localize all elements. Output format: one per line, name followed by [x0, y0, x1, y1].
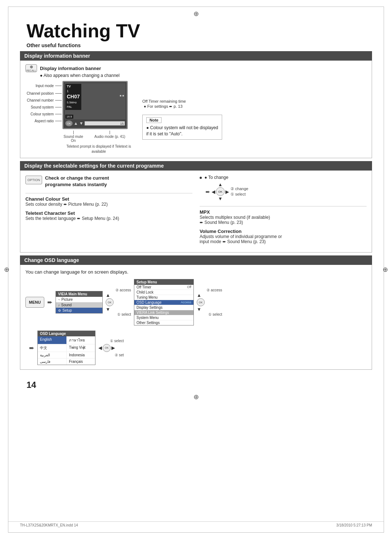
- volume-correction: Volume Correction Adjusts volume of indi…: [200, 229, 367, 244]
- nav-control-3: ① select ◀ OK ▶ ② set: [98, 339, 124, 357]
- to-change-area: ● To change ➨ ▲ ◀ OK ▶: [200, 175, 367, 201]
- flow-arrow-2: ➨: [29, 344, 34, 352]
- osd-language-menu: OSD Language English ภาษาไทย 中文 Tiếng Vi…: [37, 331, 95, 365]
- nav-control-2: ② access ▲ OK ▼ ① select: [197, 288, 222, 316]
- section2-bar: Display the selectable settings for the …: [20, 161, 372, 171]
- viera-main-menu: VIEIA Main Menu ~ Picture ♪ Sound ⚙ Setu…: [56, 291, 103, 313]
- option-icon: OPTION: [25, 176, 42, 184]
- note-box: Note ● Colour system will not be display…: [142, 115, 222, 140]
- menu-button[interactable]: MENU: [25, 297, 44, 308]
- section3-bar: Change OSD language: [20, 255, 372, 265]
- flow-arrow-1: ➨: [47, 298, 53, 306]
- section3-content: You can change language for on screen di…: [20, 265, 372, 370]
- section1-bar: Display information banner: [20, 51, 372, 61]
- left-crosshair: ⊕: [4, 266, 9, 274]
- tv-diagram: TV 1 CH07 5.5MHz PAL: [62, 81, 135, 154]
- teletext-note: Teletext prompt is displayed if Teletext…: [62, 144, 135, 154]
- mpx: MPX Selects multiplex sound (if availabl…: [200, 209, 367, 225]
- section1-content: ⊕ RECALL Display information banner ● Al…: [20, 61, 372, 158]
- osd-intro: You can change language for on screen di…: [25, 269, 367, 275]
- nav-control-1: ② access ▲ OK ▼ ① select: [106, 288, 131, 316]
- recall-icon: ⊕ RECALL: [25, 64, 37, 72]
- footer: TH-L37X2S&20KMRTX_EN.indd 14 3/18/2010 5…: [8, 521, 384, 529]
- bottom-crosshair: ⊕: [8, 393, 384, 403]
- also-appears-text: ● Also appears when changing a channel: [40, 73, 367, 78]
- check-text: Check or change the current programme st…: [45, 175, 109, 188]
- footer-right: 3/18/2010 5:27:13 PM: [336, 523, 372, 527]
- top-crosshair: ⊕: [8, 7, 384, 18]
- channel-colour-set: Channel Colour Set Sets colour density ➨…: [25, 196, 192, 207]
- teletext-char-set: Teletext Character Set Sets the teletext…: [25, 210, 192, 221]
- tv-labels: Input mode Channel position Channel numb…: [25, 81, 62, 126]
- page-number: 14: [26, 380, 36, 390]
- page-title: Watching TV: [8, 18, 384, 42]
- banner-header-text: Display information banner: [40, 66, 101, 71]
- off-timer-area: Off Timer remaining time ● For settings …: [142, 99, 367, 109]
- footer-left: TH-L37X2S&20KMRTX_EN.indd 14: [20, 523, 78, 527]
- setup-menu: Setup Menu Off Timer Off Child Lock Tuni…: [134, 279, 194, 325]
- section-subtitle: Other useful functions: [8, 42, 384, 51]
- section2-content: OPTION Check or change the current progr…: [20, 171, 372, 253]
- right-crosshair: ⊕: [383, 266, 388, 274]
